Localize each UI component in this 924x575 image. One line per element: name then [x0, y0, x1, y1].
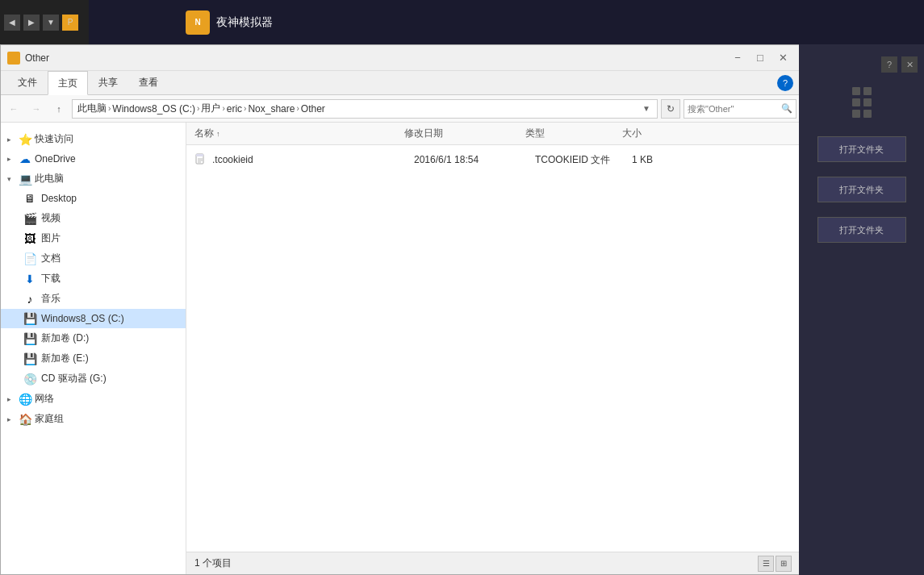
chevron-icon: ▸: [7, 395, 15, 403]
this-pc-icon: 💻: [19, 173, 31, 185]
tab-file[interactable]: 文件: [7, 71, 48, 95]
item-count: 1 个项目: [194, 556, 232, 570]
col-header-type[interactable]: 类型: [525, 127, 622, 140]
up-button[interactable]: ↑: [49, 99, 69, 119]
mini-taskbar: ◀ ▶ ▼ P: [0, 0, 89, 44]
homegroup-label: 家庭组: [35, 412, 64, 426]
sidebar-network[interactable]: ▸ 🌐 网络: [1, 389, 186, 409]
table-row[interactable]: .tcookieid 2016/6/1 18:54 TCOOKIEID 文件 1…: [186, 148, 800, 171]
path-share[interactable]: Nox_share: [248, 103, 295, 115]
path-current[interactable]: Other: [301, 103, 325, 115]
app-dot-1: [852, 87, 860, 95]
sidebar-drive-d-label: 新加卷 (D:): [41, 331, 89, 345]
panel-help-button[interactable]: ?: [881, 56, 897, 73]
network-icon: 🌐: [19, 393, 31, 406]
file-name: .tcookieid: [212, 154, 414, 165]
sidebar-homegroup[interactable]: ▸ 🏠 家庭组: [1, 409, 186, 429]
sidebar-item-drive-d[interactable]: 💾 新加卷 (D:): [1, 328, 186, 348]
sidebar-item-drive-e[interactable]: 💾 新加卷 (E:): [1, 348, 186, 369]
sidebar-downloads-label: 下载: [41, 272, 61, 285]
sidebar-item-music[interactable]: ♪ 音乐: [1, 289, 186, 309]
address-bar: ← → ↑ 此电脑 › Windows8_OS (C:) › 用户 › eric…: [1, 95, 800, 123]
sort-arrow-icon: ↑: [216, 130, 220, 138]
taskbar-icon2[interactable]: ▶: [23, 15, 40, 31]
sidebar-music-label: 音乐: [41, 292, 61, 306]
tab-view[interactable]: 查看: [128, 71, 169, 95]
status-bar: 1 个项目 ☰ ⊞: [186, 552, 800, 574]
sidebar-item-downloads[interactable]: ⬇ 下载: [1, 269, 186, 289]
close-button[interactable]: ✕: [772, 48, 793, 69]
help-button[interactable]: ?: [777, 75, 793, 91]
sidebar-item-desktop[interactable]: 🖥 Desktop: [1, 189, 186, 208]
sidebar-item-drive-g[interactable]: 💿 CD 驱动器 (G:): [1, 369, 186, 389]
window-title: Other: [25, 52, 727, 64]
path-users[interactable]: 用户: [201, 102, 220, 115]
app-grid: [848, 83, 876, 122]
nox-bar: N 夜神模拟器: [178, 0, 924, 44]
sidebar-windows8-label: Windows8_OS (C:): [41, 313, 124, 324]
sidebar-item-pictures[interactable]: 🖼 图片: [1, 228, 186, 248]
sidebar-this-pc[interactable]: ▾ 💻 此电脑: [1, 169, 186, 189]
col-header-date[interactable]: 修改日期: [404, 127, 525, 140]
path-pc[interactable]: 此电脑: [77, 102, 107, 115]
chevron-icon: ▸: [7, 135, 15, 144]
svg-rect-1: [196, 154, 203, 156]
col-header-name[interactable]: 名称 ↑: [194, 127, 404, 140]
address-path[interactable]: 此电脑 › Windows8_OS (C:) › 用户 › eric › Nox…: [72, 99, 658, 119]
nox-icon: N: [186, 10, 210, 35]
taskbar-icon3[interactable]: ▼: [43, 15, 59, 31]
explorer-window: Other − □ ✕ 文件 主页 共享 查看 ? ← → ↑ 此电脑 ›: [0, 44, 801, 575]
col-header-size[interactable]: 大小: [622, 127, 687, 140]
sidebar-drive-e-label: 新加卷 (E:): [41, 352, 89, 365]
content-area: ▸ ⭐ 快速访问 ▸ ☁ OneDrive ▾ 💻 此电脑 🖥 Desktop: [1, 123, 800, 574]
breadcrumb: 此电脑 › Windows8_OS (C:) › 用户 › eric › Nox…: [77, 102, 641, 115]
refresh-button[interactable]: ↻: [661, 99, 680, 119]
sidebar-quick-access[interactable]: ▸ ⭐ 快速访问: [1, 129, 186, 149]
view-buttons: ☰ ⊞: [758, 556, 792, 572]
file-icon: [194, 153, 207, 166]
network-label: 网络: [35, 392, 54, 406]
sidebar-item-documents[interactable]: 📄 文档: [1, 248, 186, 269]
open-folder-button-3[interactable]: 打开文件夹: [817, 217, 906, 243]
tab-share[interactable]: 共享: [88, 71, 128, 95]
open-folder-button-2[interactable]: 打开文件夹: [817, 177, 906, 202]
file-date: 2016/6/1 18:54: [414, 154, 535, 165]
grid-view-button[interactable]: ⊞: [776, 556, 792, 572]
app-dot-2: [863, 87, 872, 95]
app-dot-4: [863, 98, 872, 106]
file-size: 1 KB: [632, 154, 696, 165]
title-bar: Other − □ ✕: [1, 45, 800, 71]
title-bar-icon: [7, 52, 20, 65]
search-box: 🔍: [684, 99, 796, 119]
minimize-button[interactable]: −: [727, 48, 748, 69]
title-bar-controls: − □ ✕: [727, 48, 793, 69]
forward-button[interactable]: →: [27, 99, 46, 119]
sidebar-item-video[interactable]: 🎬 视频: [1, 208, 186, 228]
maximize-button[interactable]: □: [750, 48, 771, 69]
path-drive[interactable]: Windows8_OS (C:): [112, 103, 195, 115]
homegroup-icon: 🏠: [19, 413, 31, 426]
right-panel: ? ✕ 打开文件夹 打开文件夹 打开文件夹: [799, 44, 924, 575]
drive-c-icon: 💾: [23, 312, 36, 325]
chevron-down-icon: ▾: [7, 175, 15, 183]
quick-access-icon: ⭐: [19, 133, 31, 146]
downloads-icon: ⬇: [23, 273, 36, 285]
onedrive-icon: ☁: [19, 152, 31, 165]
back-button[interactable]: ←: [4, 99, 23, 119]
open-folder-button-1[interactable]: 打开文件夹: [817, 136, 906, 162]
taskbar-icon1[interactable]: ◀: [4, 15, 20, 31]
app-dot-3: [852, 98, 860, 106]
sidebar-item-windows8[interactable]: 💾 Windows8_OS (C:): [1, 309, 186, 328]
search-input[interactable]: [688, 104, 781, 114]
sidebar-drive-g-label: CD 驱动器 (G:): [41, 372, 107, 385]
path-chevron[interactable]: ▼: [641, 103, 652, 115]
list-view-button[interactable]: ☰: [758, 556, 774, 572]
file-list-area: 名称 ↑ 修改日期 类型 大小: [186, 123, 800, 574]
ribbon-tabs: 文件 主页 共享 查看 ?: [1, 71, 800, 95]
panel-close-button[interactable]: ✕: [901, 56, 918, 73]
sidebar-onedrive[interactable]: ▸ ☁ OneDrive: [1, 149, 186, 169]
tab-home[interactable]: 主页: [48, 71, 88, 95]
pictures-icon: 🖼: [23, 232, 36, 245]
taskbar-icon4[interactable]: P: [62, 15, 78, 31]
path-user[interactable]: eric: [227, 103, 242, 115]
